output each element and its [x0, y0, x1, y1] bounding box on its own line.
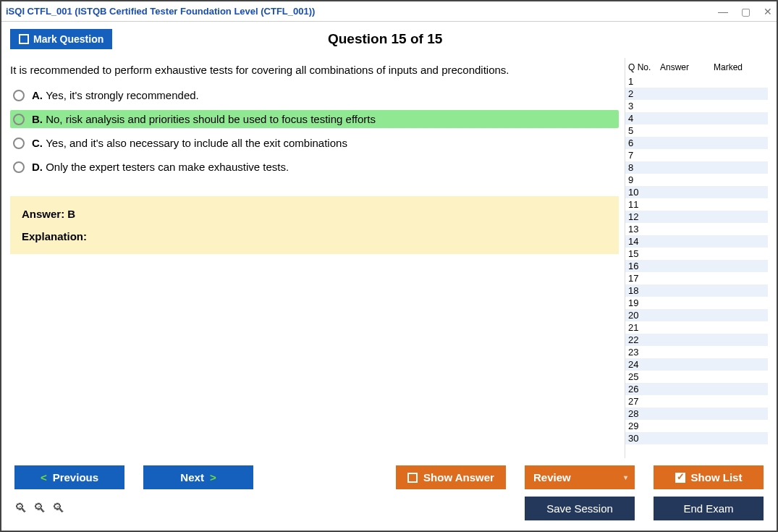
show-list-button[interactable]: Show List: [654, 465, 764, 489]
question-row[interactable]: 9: [625, 174, 768, 186]
question-list-panel: Q No. Answer Marked 12345678910111213141…: [625, 58, 768, 458]
chevron-right-icon: >: [210, 471, 216, 484]
question-row[interactable]: 16: [625, 260, 768, 272]
question-row[interactable]: 28: [625, 408, 768, 420]
options-list: A. Yes, it's strongly recommended.B. No,…: [10, 86, 619, 176]
zoom-in-icon[interactable]: 🔍︎: [14, 501, 28, 516]
question-row[interactable]: 11: [625, 198, 768, 211]
end-exam-label: End Exam: [683, 502, 733, 515]
zoom-controls: 🔍︎ 🔍︎ 🔍︎: [14, 501, 65, 516]
question-row[interactable]: 6: [625, 137, 768, 149]
titlebar: iSQI CTFL_001 (ISTQB Certified Tester Fo…: [1, 1, 777, 22]
zoom-icon[interactable]: 🔍︎: [33, 501, 46, 516]
app-window: iSQI CTFL_001 (ISTQB Certified Tester Fo…: [0, 0, 778, 532]
minimize-icon[interactable]: —: [718, 6, 728, 17]
question-row[interactable]: 13: [625, 223, 768, 235]
question-row[interactable]: 1: [625, 75, 768, 88]
question-row[interactable]: 25: [625, 371, 768, 383]
question-row[interactable]: 26: [625, 383, 768, 395]
chevron-left-icon: <: [41, 471, 47, 484]
question-number-list[interactable]: 1234567891011121314151617181920212223242…: [625, 75, 768, 458]
question-row[interactable]: 10: [625, 186, 768, 198]
end-exam-button[interactable]: End Exam: [654, 497, 764, 520]
question-row[interactable]: 3: [625, 100, 768, 112]
question-row[interactable]: 29: [625, 420, 768, 432]
checkbox-icon: [407, 473, 418, 483]
footer-row-2: 🔍︎ 🔍︎ 🔍︎ Save Session End Exam: [14, 497, 764, 520]
explanation-label: Explanation:: [22, 230, 607, 242]
question-row[interactable]: 18: [625, 284, 768, 297]
question-row[interactable]: 22: [625, 334, 768, 346]
footer-row-1: < Previous Next > Show Answer Review ▾ S…: [14, 465, 764, 489]
question-panel: It is recommended to perform exhaustive …: [10, 58, 619, 458]
option-C[interactable]: C. Yes, and it's also necessary to inclu…: [10, 134, 619, 152]
col-qno: Q No.: [628, 62, 657, 72]
question-row[interactable]: 15: [625, 248, 768, 260]
question-row[interactable]: 19: [625, 297, 768, 309]
question-row[interactable]: 24: [625, 358, 768, 371]
question-row[interactable]: 17: [625, 272, 768, 284]
question-row[interactable]: 7: [625, 149, 768, 161]
mark-question-button[interactable]: Mark Question: [10, 29, 112, 49]
show-list-label: Show List: [691, 471, 743, 484]
answer-box: Answer: B Explanation:: [10, 196, 619, 254]
option-label: D. Only the expert testers can make exha…: [32, 161, 289, 173]
col-answer: Answer: [660, 62, 711, 72]
checkbox-checked-icon: [675, 473, 685, 483]
mark-question-label: Mark Question: [33, 33, 103, 45]
show-answer-label: Show Answer: [423, 471, 494, 484]
col-marked: Marked: [714, 62, 765, 72]
previous-button[interactable]: < Previous: [14, 465, 124, 489]
show-answer-button[interactable]: Show Answer: [396, 465, 506, 489]
footer: < Previous Next > Show Answer Review ▾ S…: [1, 458, 777, 531]
option-D[interactable]: D. Only the expert testers can make exha…: [10, 158, 619, 176]
question-row[interactable]: 20: [625, 309, 768, 321]
radio-icon: [13, 138, 25, 149]
previous-label: Previous: [53, 471, 98, 484]
window-title: iSQI CTFL_001 (ISTQB Certified Tester Fo…: [6, 6, 718, 17]
question-text: It is recommended to perform exhaustive …: [10, 58, 619, 86]
header: Mark Question Question 15 of 15: [1, 22, 777, 58]
option-label: C. Yes, and it's also necessary to inclu…: [32, 137, 347, 149]
question-row[interactable]: 21: [625, 321, 768, 334]
next-label: Next: [180, 471, 204, 484]
question-row[interactable]: 30: [625, 432, 768, 444]
question-row[interactable]: 27: [625, 395, 768, 408]
review-button[interactable]: Review ▾: [525, 465, 635, 489]
maximize-icon[interactable]: ▢: [741, 6, 750, 17]
question-row[interactable]: 2: [625, 88, 768, 100]
next-button[interactable]: Next >: [143, 465, 253, 489]
option-A[interactable]: A. Yes, it's strongly recommended.: [10, 86, 619, 104]
question-row[interactable]: 23: [625, 346, 768, 358]
zoom-out-icon[interactable]: 🔍︎: [52, 501, 65, 516]
question-row[interactable]: 4: [625, 112, 768, 124]
review-label: Review: [533, 471, 571, 484]
question-row[interactable]: 12: [625, 211, 768, 223]
save-session-label: Save Session: [546, 502, 613, 515]
option-label: B. No, risk analysis and priorities shou…: [32, 113, 376, 125]
window-controls: — ▢ ✕: [718, 6, 772, 17]
question-row[interactable]: 5: [625, 124, 768, 137]
radio-icon: [13, 114, 25, 125]
close-icon[interactable]: ✕: [764, 6, 772, 17]
question-row[interactable]: 8: [625, 161, 768, 174]
option-label: A. Yes, it's strongly recommended.: [32, 89, 199, 101]
answer-label: Answer: B: [22, 208, 607, 220]
panel-header: Q No. Answer Marked: [625, 58, 768, 75]
save-session-button[interactable]: Save Session: [525, 497, 635, 520]
option-B[interactable]: B. No, risk analysis and priorities shou…: [10, 110, 619, 128]
question-row[interactable]: 14: [625, 235, 768, 248]
radio-icon: [13, 161, 25, 173]
checkbox-icon: [19, 34, 29, 44]
chevron-down-icon: ▾: [624, 473, 627, 481]
main-area: It is recommended to perform exhaustive …: [1, 58, 777, 458]
radio-icon: [13, 90, 25, 101]
question-counter: Question 15 of 15: [112, 31, 658, 47]
